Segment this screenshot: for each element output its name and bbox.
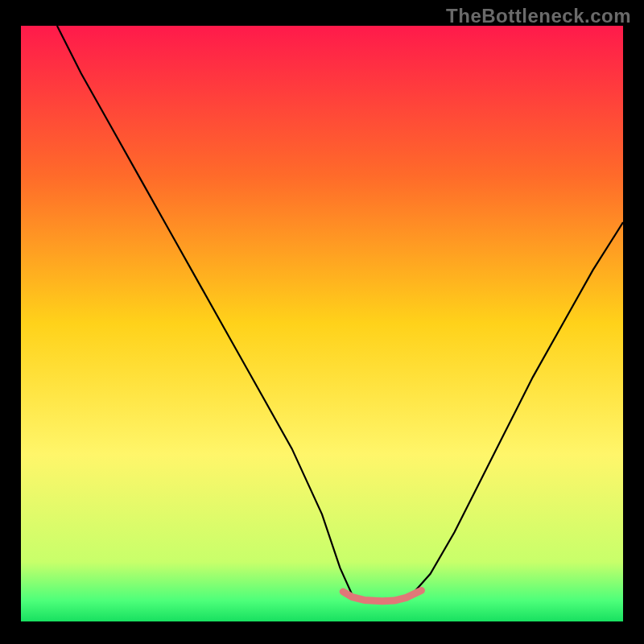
- chart-stage: TheBottleneck.com: [0, 0, 644, 644]
- watermark-text: TheBottleneck.com: [446, 5, 631, 27]
- plot-background: [21, 26, 623, 621]
- bottleneck-chart: [0, 0, 644, 644]
